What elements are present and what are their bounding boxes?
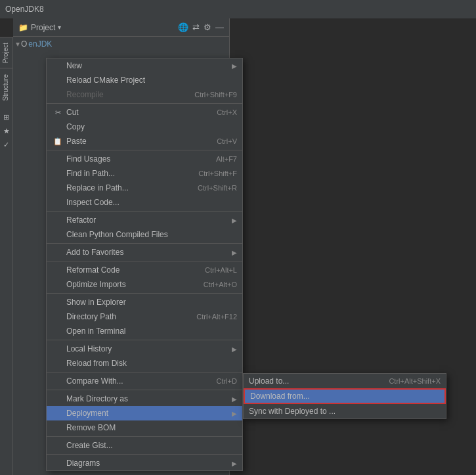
- panel-header: 📁 Project ▾ 🌐 ⇄ ⚙ —: [13, 18, 229, 37]
- menu-arrow-add-to-favorites: ▶: [232, 249, 237, 256]
- deploy-shortcut-upload-to: Ctrl+Alt+Shift+X: [389, 377, 441, 385]
- deploy-submenu-item-sync-with-deployed[interactable]: Sync with Deployed to ...: [244, 404, 446, 418]
- menu-item-add-to-favorites[interactable]: Add to Favorites▶: [47, 245, 242, 260]
- menu-shortcut-paste: Ctrl+V: [217, 137, 237, 145]
- menu-separator-12: [47, 211, 242, 212]
- deploy-label-download-from: Download from...: [250, 392, 310, 401]
- menu-item-remove-bom[interactable]: Remove BOM: [47, 420, 242, 435]
- sidebar-item-structure[interactable]: Structure: [0, 68, 12, 106]
- menu-separator-15: [47, 243, 242, 244]
- menu-icon-cut: ✂: [52, 108, 64, 117]
- menu-label-reformat-code: Reformat Code: [66, 265, 192, 275]
- menu-label-cut: Cut: [66, 108, 204, 117]
- title-bar: OpenJDK8: [0, 0, 476, 18]
- menu-item-diagrams[interactable]: Diagrams▶: [47, 456, 242, 470]
- menu-item-directory-path[interactable]: Directory PathCtrl+Alt+F12: [47, 309, 242, 324]
- menu-item-clean-python[interactable]: Clean Python Compiled Files: [47, 227, 242, 242]
- deploy-label-sync-with-deployed: Sync with Deployed to ...: [249, 407, 335, 416]
- panel-gear-icon[interactable]: ⚙: [204, 22, 211, 32]
- todo-icon[interactable]: ✓: [3, 141, 9, 149]
- panel-minimize-icon[interactable]: —: [215, 22, 224, 32]
- menu-label-add-to-favorites: Add to Favorites: [66, 248, 229, 257]
- panel-transfer-icon[interactable]: ⇄: [192, 22, 200, 32]
- tree-item-label: O: [21, 39, 27, 49]
- menu-separator-29: [47, 390, 242, 390]
- menu-item-recompile[interactable]: RecompileCtrl+Shift+F9: [47, 87, 242, 102]
- menu-item-show-in-explorer[interactable]: Show in Explorer: [47, 295, 242, 309]
- menu-label-paste: Paste: [66, 137, 204, 146]
- menu-item-new[interactable]: New▶: [47, 58, 242, 73]
- menu-label-optimize-imports: Optimize Imports: [66, 280, 190, 289]
- menu-label-copy: Copy: [66, 122, 237, 131]
- menu-item-create-gist[interactable]: Create Gist...: [47, 438, 242, 453]
- menu-shortcut-compare-with: Ctrl+D: [217, 377, 237, 385]
- deployment-submenu: Upload to...Ctrl+Alt+Shift+XDownload fro…: [243, 373, 446, 419]
- menu-shortcut-find-in-path: Ctrl+Shift+F: [198, 170, 237, 177]
- menu-arrow-new: ▶: [232, 62, 237, 70]
- bookmarks-icon[interactable]: ⊞: [3, 113, 9, 122]
- menu-item-local-history[interactable]: Local History▶: [47, 342, 242, 356]
- tree-arrow-icon: ▾: [16, 39, 20, 49]
- tree-item-suffix: enJDK: [28, 39, 52, 49]
- context-menu: New▶Reload CMake ProjectRecompileCtrl+Sh…: [46, 58, 243, 471]
- panel-title-label: Project: [31, 23, 55, 32]
- menu-icon-paste: 📋: [52, 137, 64, 146]
- tree-item-root[interactable]: ▾ O enJDK: [13, 38, 229, 50]
- menu-label-diagrams: Diagrams: [66, 459, 229, 468]
- sidebar-item-project[interactable]: Project: [0, 37, 12, 68]
- menu-arrow-diagrams: ▶: [232, 460, 237, 467]
- menu-item-paste[interactable]: 📋PasteCtrl+V: [47, 134, 242, 148]
- panel-icons: 🌐 ⇄ ⚙ —: [178, 22, 224, 32]
- menu-label-mark-directory: Mark Directory as: [66, 394, 229, 403]
- menu-arrow-refactor: ▶: [232, 217, 237, 224]
- menu-shortcut-find-usages: Alt+F7: [216, 155, 237, 163]
- menu-label-inspect-code: Inspect Code...: [66, 198, 237, 207]
- panel-dropdown-icon[interactable]: ▾: [58, 24, 61, 31]
- structure-tabs: Project Structure ⊞ ★ ✓: [0, 37, 13, 475]
- menu-label-create-gist: Create Gist...: [66, 441, 237, 450]
- menu-item-replace-in-path[interactable]: Replace in Path...Ctrl+Shift+R: [47, 181, 242, 195]
- menu-label-replace-in-path: Replace in Path...: [66, 183, 184, 192]
- menu-shortcut-directory-path: Ctrl+Alt+F12: [196, 313, 237, 321]
- menu-item-reload-cmake[interactable]: Reload CMake Project: [47, 73, 242, 87]
- menu-label-refactor: Refactor: [66, 215, 229, 225]
- menu-item-reformat-code[interactable]: Reformat CodeCtrl+Alt+L: [47, 263, 242, 277]
- menu-item-refactor[interactable]: Refactor▶: [47, 213, 242, 227]
- menu-item-compare-with[interactable]: Compare With...Ctrl+D: [47, 374, 242, 388]
- panel-title: 📁 Project ▾: [18, 23, 173, 32]
- app-title: OpenJDK8: [5, 5, 44, 14]
- menu-item-open-in-terminal[interactable]: Open in Terminal: [47, 324, 242, 338]
- menu-item-find-usages[interactable]: Find UsagesAlt+F7: [47, 152, 242, 166]
- menu-item-reload-from-disk[interactable]: Reload from Disk: [47, 356, 242, 371]
- menu-item-copy[interactable]: Copy: [47, 120, 242, 134]
- menu-separator-7: [47, 150, 242, 150]
- menu-label-open-in-terminal: Open in Terminal: [66, 327, 237, 336]
- menu-separator-33: [47, 436, 242, 437]
- menu-item-optimize-imports[interactable]: Optimize ImportsCtrl+Alt+O: [47, 277, 242, 292]
- menu-label-directory-path: Directory Path: [66, 312, 183, 321]
- menu-item-deployment[interactable]: Deployment▶: [47, 406, 242, 420]
- deploy-submenu-item-upload-to[interactable]: Upload to...Ctrl+Alt+Shift+X: [244, 374, 446, 388]
- menu-label-local-history: Local History: [66, 344, 229, 353]
- menu-shortcut-replace-in-path: Ctrl+Shift+R: [198, 184, 237, 192]
- menu-arrow-deployment: ▶: [232, 410, 237, 417]
- menu-label-reload-cmake: Reload CMake Project: [66, 76, 237, 85]
- menu-item-inspect-code[interactable]: Inspect Code...: [47, 195, 242, 210]
- panel-folder-icon: 📁: [18, 23, 28, 32]
- menu-separator-20: [47, 293, 242, 294]
- menu-separator-3: [47, 103, 242, 104]
- deploy-label-upload-to: Upload to...: [249, 376, 289, 386]
- menu-separator-24: [47, 340, 242, 340]
- menu-label-find-usages: Find Usages: [66, 154, 203, 164]
- favorites-icon[interactable]: ★: [3, 127, 10, 135]
- menu-item-cut[interactable]: ✂CutCtrl+X: [47, 105, 242, 120]
- menu-label-deployment: Deployment: [66, 409, 229, 418]
- menu-label-show-in-explorer: Show in Explorer: [66, 298, 237, 307]
- menu-separator-35: [47, 454, 242, 455]
- menu-label-new: New: [66, 61, 229, 70]
- menu-item-find-in-path[interactable]: Find in Path...Ctrl+Shift+F: [47, 166, 242, 181]
- menu-item-mark-directory[interactable]: Mark Directory as▶: [47, 392, 242, 406]
- panel-globe-icon[interactable]: 🌐: [178, 22, 188, 32]
- deploy-submenu-item-download-from[interactable]: Download from...: [244, 388, 446, 404]
- menu-label-compare-with: Compare With...: [66, 376, 204, 386]
